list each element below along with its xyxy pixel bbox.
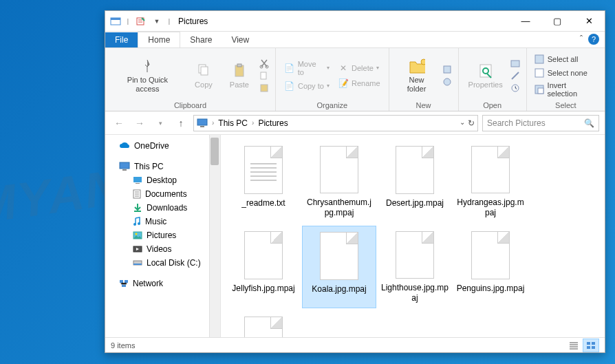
pc-icon: [197, 118, 208, 128]
ribbon-group-new: New folder New: [389, 48, 459, 111]
copy-to-button[interactable]: 📄Copy to▾: [281, 79, 332, 93]
file-item[interactable]: Lighthouse.jpg.mpaj: [378, 226, 452, 308]
move-to-button[interactable]: 📄Move to▾: [281, 58, 332, 78]
file-pane[interactable]: _readme.txtChrysanthemum.jpg.mpajDesert.…: [221, 135, 605, 337]
nav-downloads[interactable]: Downloads: [105, 201, 220, 215]
view-details-button[interactable]: [565, 339, 582, 352]
paste-button[interactable]: Paste: [223, 61, 256, 90]
history-icon[interactable]: [510, 83, 521, 94]
chevron-right-icon[interactable]: ›: [212, 119, 214, 127]
ribbon-group-clipboard: Pin to Quick access Copy Paste Clipboard: [105, 48, 276, 111]
file-icon: [320, 232, 358, 280]
pc-icon: [119, 162, 130, 171]
cut-icon[interactable]: [259, 58, 270, 69]
nav-thispc[interactable]: This PC: [105, 160, 220, 173]
file-label: Penguins.jpg.mpaj: [457, 283, 525, 293]
open-icon[interactable]: [510, 58, 521, 69]
file-item[interactable]: Jellyfish.jpg.mpaj: [226, 226, 301, 308]
ribbon-group-label: Clipboard: [174, 100, 206, 109]
nav-network[interactable]: Network: [105, 277, 220, 290]
search-input[interactable]: Search Pictures 🔍: [482, 115, 599, 131]
file-label: _readme.txt: [241, 198, 285, 208]
file-item[interactable]: Koala.jpg.mpaj: [302, 226, 376, 308]
address-box[interactable]: › This PC › Pictures ⌄ ↻: [193, 115, 478, 131]
pin-quick-access-button[interactable]: Pin to Quick access: [111, 56, 184, 94]
file-icon: [396, 146, 434, 194]
file-icon: [471, 231, 510, 279]
svg-rect-6: [237, 64, 241, 67]
file-icon: [320, 146, 358, 193]
cloud-icon: [119, 142, 130, 150]
svg-rect-39: [587, 342, 590, 345]
rename-button[interactable]: 📝Rename: [335, 76, 383, 90]
documents-icon: [133, 189, 141, 199]
file-item[interactable]: Desert.jpg.mpaj: [378, 140, 452, 223]
file-item[interactable]: _readme.txt: [226, 140, 301, 223]
folder-icon: [409, 58, 425, 74]
rename-icon: 📝: [338, 78, 349, 89]
tab-file[interactable]: File: [105, 32, 138, 47]
help-icon[interactable]: ?: [588, 34, 599, 45]
pin-icon: [139, 58, 155, 74]
select-all-icon: [534, 54, 545, 65]
properties-button[interactable]: Properties: [464, 61, 507, 90]
collapse-ribbon-icon[interactable]: ˆ: [580, 34, 583, 44]
edit-icon[interactable]: [510, 70, 521, 81]
nav-documents[interactable]: Documents: [105, 187, 220, 201]
nav-scrollbar[interactable]: [209, 135, 220, 337]
file-label: Koala.jpg.mpaj: [312, 284, 366, 294]
close-button[interactable]: ✕: [573, 11, 605, 32]
nav-desktop[interactable]: Desktop: [105, 173, 220, 187]
file-item[interactable]: Penguins.jpg.mpaj: [453, 226, 528, 308]
select-none-button[interactable]: Select none: [532, 67, 599, 79]
svg-rect-10: [261, 85, 268, 92]
up-button[interactable]: ↑: [173, 115, 189, 131]
breadcrumb-pictures[interactable]: Pictures: [258, 118, 288, 128]
copy-path-icon[interactable]: [259, 70, 270, 81]
svg-point-30: [138, 222, 140, 225]
file-label: Desert.jpg.mpaj: [386, 198, 444, 208]
svg-rect-37: [125, 280, 128, 283]
properties-qat-icon[interactable]: [133, 14, 148, 29]
ribbon-group-open: Properties Open: [459, 48, 527, 111]
recent-dropdown[interactable]: ▾: [152, 115, 169, 131]
invert-selection-button[interactable]: Invert selection: [532, 81, 599, 98]
ribbon-group-select: Select all Select none Invert selection …: [527, 48, 605, 111]
paste-shortcut-icon[interactable]: [259, 83, 270, 94]
forward-button[interactable]: →: [131, 115, 148, 131]
file-item[interactable]: Tulips.jpg.mpaj: [226, 311, 301, 337]
pictures-icon: [133, 231, 142, 239]
breadcrumb-thispc[interactable]: This PC: [218, 118, 248, 128]
copy-button[interactable]: Copy: [187, 61, 220, 90]
tab-share[interactable]: Share: [180, 32, 222, 47]
easy-access-icon[interactable]: [442, 76, 453, 87]
nav-pictures[interactable]: Pictures: [105, 228, 220, 242]
minimize-button[interactable]: —: [510, 11, 541, 32]
dropdown-icon[interactable]: ⌄: [460, 118, 465, 128]
refresh-icon[interactable]: ↻: [468, 118, 475, 128]
chevron-right-icon[interactable]: ›: [252, 119, 254, 127]
nav-videos[interactable]: Videos: [105, 242, 220, 256]
desktop-icon: [133, 176, 142, 184]
nav-localdisk[interactable]: Local Disk (C:): [105, 256, 220, 270]
back-button[interactable]: ←: [111, 115, 127, 131]
select-all-button[interactable]: Select all: [532, 53, 599, 65]
view-icons-button[interactable]: [583, 339, 599, 352]
new-item-icon[interactable]: [442, 64, 453, 75]
tab-view[interactable]: View: [222, 32, 259, 47]
maximize-button[interactable]: ▢: [541, 11, 573, 32]
nav-music[interactable]: Music: [105, 215, 220, 228]
qat-dropdown-icon[interactable]: ▼: [149, 14, 164, 29]
ribbon-group-label: New: [416, 100, 431, 109]
new-folder-button[interactable]: New folder: [395, 56, 439, 94]
file-item[interactable]: Hydrangeas.jpg.mpaj: [453, 140, 528, 223]
copy-icon: [195, 63, 212, 79]
delete-button[interactable]: ✕Delete▾: [335, 61, 383, 75]
svg-rect-9: [261, 72, 266, 79]
copy-to-icon: 📄: [284, 81, 295, 92]
tab-home[interactable]: Home: [138, 32, 180, 47]
nav-onedrive[interactable]: OneDrive: [105, 139, 220, 153]
move-icon: 📄: [284, 63, 295, 74]
file-item[interactable]: Chrysanthemum.jpg.mpaj: [302, 140, 376, 223]
svg-rect-40: [592, 342, 595, 345]
